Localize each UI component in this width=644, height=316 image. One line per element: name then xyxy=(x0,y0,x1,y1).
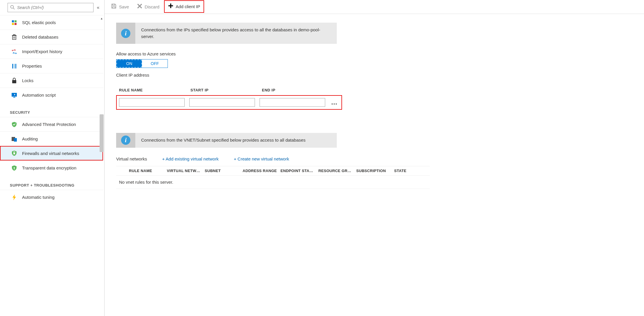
start-ip-input[interactable] xyxy=(189,98,255,107)
allow-azure-label: Allow access to Azure services xyxy=(116,51,632,56)
info-text: Connections from the VNET/Subnet specifi… xyxy=(135,133,337,148)
svg-point-20 xyxy=(14,167,15,168)
save-label: Save xyxy=(119,4,129,9)
add-existing-vnet-link[interactable]: + Add existing virtual network xyxy=(162,156,219,161)
allow-azure-toggle[interactable]: ON OFF xyxy=(116,59,168,68)
lightning-icon xyxy=(11,194,17,201)
svg-rect-12 xyxy=(12,64,13,68)
collapse-sidebar-button[interactable]: « xyxy=(93,5,103,10)
plus-icon xyxy=(168,3,173,10)
rule-menu-button[interactable]: … xyxy=(330,99,339,106)
info-icon: i xyxy=(121,136,130,145)
add-client-ip-label: Add client IP xyxy=(176,4,200,9)
info-text: Connections from the IPs specified below… xyxy=(135,23,337,44)
sidebar-item-auditing[interactable]: Auditing xyxy=(0,131,103,146)
header-start-ip: START IP xyxy=(190,88,257,92)
search-icon xyxy=(10,5,15,10)
col-address-range: ADDRESS RANGE xyxy=(243,169,277,173)
sidebar-item-properties[interactable]: Properties xyxy=(0,59,103,73)
vnet-actions: Virtual networks + Add existing virtual … xyxy=(116,156,632,161)
info-icon: i xyxy=(121,29,130,38)
info-banner-vnet: i Connections from the VNET/Subnet speci… xyxy=(116,133,337,148)
header-end-ip: END IP xyxy=(262,88,329,92)
sidebar-section-support: SUPPORT + TROUBLESHOOTING xyxy=(0,175,103,190)
header-rule-name: RULE NAME xyxy=(119,88,186,92)
trash-icon xyxy=(11,34,17,40)
discard-button[interactable]: Discard xyxy=(134,2,163,11)
col-resource-group: RESOURCE GROUP xyxy=(319,169,353,173)
svg-rect-5 xyxy=(15,23,17,25)
elastic-pool-icon xyxy=(11,19,17,26)
sidebar: « ▲ SQL elastic pools Deleted databases xyxy=(0,0,105,316)
svg-rect-8 xyxy=(13,35,15,35)
col-endpoint-status: ENDPOINT STA… xyxy=(280,169,315,173)
discard-label: Discard xyxy=(145,4,159,9)
import-export-icon xyxy=(11,48,17,55)
sidebar-item-import-export-history[interactable]: Import/Export history xyxy=(0,44,103,59)
sidebar-item-transparent-data-encryption[interactable]: Transparent data encryption xyxy=(0,160,103,175)
client-ip-label: Client IP address xyxy=(116,73,632,77)
search-input[interactable] xyxy=(17,5,91,10)
sidebar-item-label: Transparent data encryption xyxy=(22,165,76,170)
sidebar-item-label: Firewalls and virtual networks xyxy=(22,151,79,156)
encryption-shield-icon xyxy=(11,165,17,171)
sidebar-section-security: SECURITY xyxy=(0,102,103,117)
toggle-on[interactable]: ON xyxy=(116,59,142,68)
firewall-rule-row: … xyxy=(116,95,342,110)
sidebar-item-advanced-threat-protection[interactable]: Advanced Threat Protection xyxy=(0,117,103,131)
main-content: Save Discard Add client IP i Connections… xyxy=(105,0,644,316)
svg-rect-21 xyxy=(113,4,115,6)
lock-icon xyxy=(11,77,17,84)
sidebar-item-label: Automatic tuning xyxy=(22,195,55,200)
col-subscription: SUBSCRIPTION xyxy=(356,169,391,173)
svg-rect-3 xyxy=(15,20,17,22)
col-subnet: SUBNET xyxy=(205,169,239,173)
vnet-title: Virtual networks xyxy=(116,156,147,161)
save-button[interactable]: Save xyxy=(107,2,132,12)
svg-rect-15 xyxy=(12,80,16,83)
vnet-empty-message: No vnet rules for this server. xyxy=(116,176,430,189)
scroll-up-button[interactable]: ▲ xyxy=(99,15,104,21)
auditing-icon xyxy=(11,136,17,142)
discard-icon xyxy=(137,3,142,10)
svg-point-0 xyxy=(11,5,14,8)
svg-rect-4 xyxy=(12,23,14,25)
sidebar-item-label: Auditing xyxy=(22,136,38,141)
svg-rect-22 xyxy=(113,7,115,8)
sidebar-item-firewalls-vnet[interactable]: Firewalls and virtual networks xyxy=(0,146,103,160)
save-icon xyxy=(111,3,117,10)
firewall-shield-icon xyxy=(11,150,17,156)
col-state: STATE xyxy=(394,169,429,173)
svg-rect-19 xyxy=(13,153,15,154)
sidebar-item-label: Properties xyxy=(22,64,42,68)
rule-name-input[interactable] xyxy=(119,98,185,107)
add-client-ip-button[interactable]: Add client IP xyxy=(164,0,204,13)
sidebar-item-label: Advanced Threat Protection xyxy=(22,122,76,127)
vnet-table-header: RULE NAME VIRTUAL NETW… SUBNET ADDRESS R… xyxy=(116,166,430,176)
col-virtual-network: VIRTUAL NETW… xyxy=(167,169,202,173)
sidebar-item-locks[interactable]: Locks xyxy=(0,73,103,88)
firewall-rule-headers: RULE NAME START IP END IP xyxy=(119,88,632,92)
sidebar-item-automation-script[interactable]: Automation script xyxy=(0,88,103,102)
sidebar-item-sql-elastic-pools[interactable]: SQL elastic pools xyxy=(0,15,103,30)
end-ip-input[interactable] xyxy=(260,98,325,107)
automation-icon xyxy=(11,92,17,98)
svg-rect-18 xyxy=(14,138,17,142)
search-input-wrap[interactable] xyxy=(8,3,93,12)
vnet-table: RULE NAME VIRTUAL NETW… SUBNET ADDRESS R… xyxy=(116,166,430,189)
svg-rect-14 xyxy=(15,64,16,68)
svg-line-1 xyxy=(13,8,15,9)
sidebar-item-label: SQL elastic pools xyxy=(22,20,56,25)
toggle-off[interactable]: OFF xyxy=(142,59,168,68)
sidebar-item-deleted-databases[interactable]: Deleted databases xyxy=(0,30,103,44)
sidebar-item-label: Locks xyxy=(22,78,33,83)
svg-rect-2 xyxy=(12,20,14,22)
svg-rect-13 xyxy=(14,64,15,68)
sidebar-item-label: Import/Export history xyxy=(22,49,62,54)
properties-icon xyxy=(11,63,17,69)
scrollbar[interactable] xyxy=(99,21,104,316)
sidebar-item-label: Automation script xyxy=(22,93,56,97)
sidebar-item-automatic-tuning[interactable]: Automatic tuning xyxy=(0,190,103,204)
create-new-vnet-link[interactable]: + Create new virtual network xyxy=(234,156,289,161)
toolbar: Save Discard Add client IP xyxy=(105,0,644,14)
